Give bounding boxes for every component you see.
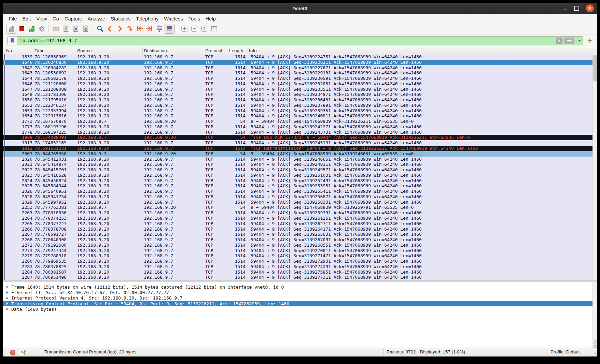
packet-row[interactable]: 202978.645997952192.168.9.20192.168.9.7T… (3, 200, 597, 205)
capture-comment-icon[interactable] (20, 350, 25, 355)
close-icon[interactable]: ✕ (586, 4, 594, 12)
profile-status[interactable]: Profile: Default (550, 349, 581, 354)
menu-item-view[interactable]: View (33, 15, 50, 23)
normal-size-icon[interactable]: 1 (199, 24, 209, 33)
packet-row[interactable]: 177778.168193196192.168.9.20192.168.9.7T… (3, 124, 597, 130)
minimize-icon[interactable] (563, 10, 567, 10)
packet-row[interactable]: 226578.778377727192.168.9.20192.168.9.7T… (3, 221, 597, 227)
packet-row[interactable]: 202578.645584944192.168.9.20192.168.9.7T… (3, 183, 597, 189)
reload-file-icon[interactable] (81, 24, 90, 33)
menu-item-go[interactable]: Go (50, 15, 62, 23)
packet-row[interactable]: 164778.121208089192.168.9.20192.168.9.7T… (3, 87, 597, 92)
packet-row[interactable]: 202078.645412031192.168.9.20192.168.9.7T… (3, 157, 597, 162)
packet-row[interactable]: 202178.645414874192.168.9.20192.168.9.7T… (3, 162, 597, 167)
display-filter-input[interactable] (17, 38, 556, 43)
menu-item-statistics[interactable]: Statistics (108, 15, 133, 23)
packet-row[interactable]: 227378.779247344192.168.9.20192.168.9.7T… (3, 248, 597, 253)
find-packet-icon[interactable] (95, 24, 104, 33)
menu-item-capture[interactable]: Capture (62, 15, 85, 23)
close-file-icon[interactable] (71, 24, 80, 33)
menu-item-analyze[interactable]: Analyze (85, 15, 108, 23)
packet-row[interactable]: 202878.645941754192.168.9.20192.168.9.7T… (3, 194, 597, 200)
packet-row[interactable]: 165078.121795010192.168.9.20192.168.9.7T… (3, 97, 597, 103)
packet-row[interactable]: 228078.779869535192.168.9.20192.168.9.7T… (3, 259, 597, 264)
start-capture-icon[interactable] (6, 24, 16, 34)
packet-row[interactable]: 165478.122913616192.168.9.20192.168.9.7T… (3, 113, 597, 119)
packet-row[interactable]: 181378.174652169192.168.9.20192.168.9.7T… (3, 140, 597, 146)
menu-item-telephony[interactable]: Telephony (133, 15, 161, 23)
packet-row[interactable]: 225378.777763381192.168.9.7192.168.9.20T… (3, 205, 597, 210)
packet-row[interactable]: 227278.779192580192.168.9.20192.168.9.7T… (3, 243, 597, 248)
title-bar[interactable]: *vnet0 ✕ (3, 3, 597, 14)
scrollbar-thumb[interactable] (594, 55, 597, 82)
auto-scroll-icon[interactable] (155, 24, 164, 33)
restart-capture-icon[interactable] (27, 24, 36, 33)
save-file-icon[interactable] (61, 24, 70, 33)
scroll-down-icon[interactable] (593, 343, 597, 348)
detail-row[interactable]: Transmission Control Protocol, Src Port:… (3, 301, 597, 306)
packet-row[interactable]: 202278.645415701192.168.9.20192.168.9.7T… (3, 167, 597, 173)
packet-row[interactable]: 228478.780381587192.168.9.20192.168.9.7T… (3, 270, 597, 275)
packet-row[interactable]: 180978.174088491192.168.9.7192.168.9.20T… (3, 135, 597, 140)
packet-row[interactable]: 228378.780378825192.168.9.20192.168.9.7T… (3, 264, 597, 270)
expert-info-icon[interactable] (10, 350, 15, 355)
packet-row[interactable]: 191278.591661231192.168.9.20192.168.9.7T… (3, 146, 597, 151)
menu-item-tools[interactable]: Tools (186, 15, 203, 23)
detail-row[interactable]: Ethernet II, Src: b2:84:40:76:17:67, Dst… (3, 290, 597, 295)
expand-arrow-icon[interactable] (6, 308, 8, 310)
packet-row[interactable]: 226378.778318330192.168.9.20192.168.9.7T… (3, 210, 597, 216)
resize-grip[interactable] (592, 351, 596, 356)
menu-item-edit[interactable]: Edit (19, 15, 33, 23)
packet-row[interactable]: 228778.780951496192.168.9.20192.168.9.7T… (3, 275, 597, 280)
packet-row[interactable]: 164278.120384282192.168.9.20192.168.9.7T… (3, 65, 597, 71)
detail-row[interactable]: Frame 1640: 1514 bytes on wire (12112 bi… (3, 284, 597, 290)
zoom-out-icon[interactable] (190, 24, 199, 33)
column-header-info[interactable]: Info (248, 47, 597, 54)
filter-bookmark-button[interactable] (8, 37, 17, 45)
previous-packet-icon[interactable] (105, 24, 114, 33)
packet-row[interactable]: 165278.122346137192.168.9.20192.168.9.7T… (3, 103, 597, 108)
packet-row[interactable]: 177878.168197225192.168.9.20192.168.9.7T… (3, 130, 597, 135)
clear-filter-icon[interactable]: × (556, 38, 562, 44)
packet-row[interactable]: 202378.645416528192.168.9.20192.168.9.7T… (3, 173, 597, 178)
add-filter-button-plus-icon[interactable]: + (586, 37, 594, 45)
packet-row[interactable]: 164378.120530692192.168.9.20192.168.9.7T… (3, 70, 597, 76)
zoom-in-icon[interactable] (180, 24, 189, 33)
packet-row[interactable]: 164078.120340830192.168.9.20192.168.9.7T… (3, 60, 597, 65)
first-packet-icon[interactable] (135, 24, 144, 33)
packet-row[interactable]: 202678.645640951192.168.9.20192.168.9.7T… (3, 189, 597, 194)
column-header-source[interactable]: Source (76, 47, 143, 54)
expand-arrow-icon[interactable] (6, 302, 8, 305)
expand-arrow-icon[interactable] (6, 297, 8, 300)
column-header-length[interactable]: Length (228, 47, 248, 54)
open-file-icon[interactable] (51, 24, 60, 33)
menu-item-help[interactable]: Help (203, 15, 219, 23)
column-header-protocol[interactable]: Protocol (204, 47, 228, 54)
next-packet-icon[interactable] (115, 24, 124, 33)
packet-row[interactable]: 226778.778591727192.168.9.20192.168.9.7T… (3, 232, 597, 237)
filter-history-dropdown[interactable] (576, 37, 583, 45)
capture-options-icon[interactable] (37, 24, 46, 33)
colorize-icon[interactable] (165, 24, 175, 34)
packet-row[interactable]: 177378.167570870192.168.9.7192.168.9.20T… (3, 119, 597, 124)
packet-row[interactable]: 227978.779780918192.168.9.20192.168.9.7T… (3, 253, 597, 259)
packet-row[interactable]: 202478.645430824192.168.9.20192.168.9.7T… (3, 178, 597, 184)
detail-row[interactable]: Data (1460 bytes) (3, 306, 597, 312)
last-packet-icon[interactable] (145, 24, 154, 33)
packet-row[interactable]: 165378.122357994192.168.9.20192.168.9.7T… (3, 108, 597, 114)
packet-row[interactable]: 226878.778640308192.168.9.20192.168.9.7T… (3, 237, 597, 243)
packet-row[interactable]: 226678.778378708192.168.9.20192.168.9.7T… (3, 227, 597, 232)
menu-item-file[interactable]: File (6, 15, 19, 23)
column-header-no[interactable]: No. (3, 47, 33, 54)
column-header-destination[interactable]: Destination (143, 47, 204, 54)
packet-list-scrollbar[interactable] (592, 54, 597, 280)
packet-row[interactable]: 163978.120338969192.168.9.20192.168.9.7T… (3, 54, 597, 60)
resize-columns-icon[interactable] (209, 24, 219, 33)
expand-arrow-icon[interactable] (6, 286, 8, 288)
details-scrollbar[interactable] (592, 282, 597, 348)
apply-filter-icon[interactable] (564, 38, 574, 44)
packet-row[interactable]: 164478.120582178192.168.9.20192.168.9.7T… (3, 76, 597, 81)
expand-arrow-icon[interactable] (6, 291, 8, 294)
packet-row[interactable]: 226478.778374253192.168.9.20192.168.9.7T… (3, 216, 597, 221)
column-header-time[interactable]: Time (33, 47, 76, 54)
